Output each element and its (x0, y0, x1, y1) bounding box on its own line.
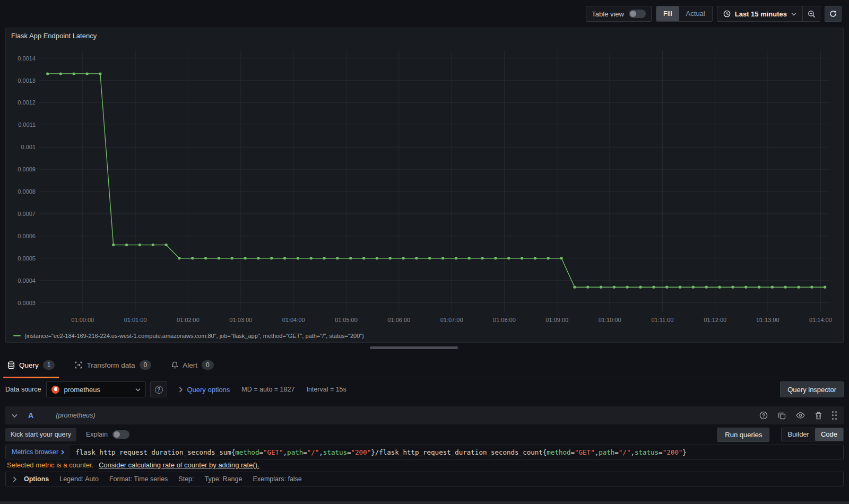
tab-alert-badge: 0 (202, 360, 214, 370)
query-ref-label[interactable]: A (28, 411, 33, 420)
time-range-label: Last 15 minutes (735, 10, 787, 18)
option-type: Type: Range (205, 475, 242, 483)
fill-actual-radio-group: Fill Actual (656, 6, 713, 22)
grafana-panel-edit-view: Table view Fill Actual Last 15 minutes (0, 0, 849, 504)
query-help-icon[interactable] (759, 411, 768, 420)
datasource-name: prometheus (64, 386, 131, 394)
time-range-picker[interactable]: Last 15 minutes (717, 6, 802, 21)
query-datasource-hint: (prometheus) (56, 412, 95, 419)
svg-text:0.0006: 0.0006 (18, 233, 36, 239)
warning-hint-link[interactable]: Consider calculating rate of counter by … (99, 461, 259, 469)
svg-text:01:13:00: 01:13:00 (757, 317, 779, 323)
promql-token: "200" (663, 448, 683, 456)
promql-token: , (595, 448, 599, 456)
svg-text:0.0008: 0.0008 (18, 188, 36, 195)
toggle-visibility-icon[interactable] (796, 412, 805, 419)
explain-toggle[interactable] (112, 430, 129, 439)
svg-text:01:08:00: 01:08:00 (493, 317, 516, 323)
svg-text:01:03:00: 01:03:00 (229, 317, 252, 323)
query-options-toggle[interactable]: Query options (179, 386, 230, 394)
svg-text:01:12:00: 01:12:00 (704, 317, 726, 323)
datasource-picker[interactable]: prometheus (46, 381, 146, 397)
drag-handle-icon[interactable] (832, 411, 838, 420)
fill-option[interactable]: Fill (656, 6, 679, 21)
query-editor-toolbar: Kick start your query Explain Run querie… (5, 428, 844, 441)
tab-query[interactable]: Query 1 (5, 352, 57, 378)
bottom-pane-tabs: Query 1 Transform data 0 Alert 0 (5, 352, 844, 378)
promql-token: { (543, 448, 547, 456)
datasource-row: Data source prometheus ? Query options M… (5, 379, 844, 400)
tab-query-badge: 1 (43, 360, 55, 370)
tab-alert-label: Alert (183, 361, 197, 369)
actual-option[interactable]: Actual (679, 6, 712, 21)
promql-token: status (635, 448, 659, 456)
latency-chart[interactable]: 0.00140.00130.00120.00110.0010.00090.000… (12, 43, 838, 331)
prometheus-icon (51, 386, 59, 394)
panel-edit-toolbar: Table view Fill Actual Last 15 minutes (586, 6, 842, 22)
tab-transform-data[interactable]: Transform data 0 (73, 352, 153, 378)
duplicate-query-icon[interactable] (778, 412, 786, 420)
counter-warning: Selected metric is a counter. Consider c… (7, 461, 259, 469)
chevron-right-icon (179, 387, 183, 393)
datasource-help-button[interactable]: ? (150, 381, 167, 397)
metrics-browser-toggle[interactable]: Metrics browser (6, 445, 70, 459)
options-label: Options (24, 475, 49, 483)
promql-token: "200" (351, 448, 371, 456)
builder-code-radio-group: Builder Code (781, 428, 844, 441)
promql-token: , (319, 448, 323, 456)
chart-grid (39, 50, 829, 311)
chevron-down-icon (791, 12, 796, 16)
database-icon (7, 361, 15, 369)
help-icon: ? (155, 386, 163, 394)
promql-token: } (682, 448, 687, 456)
time-series-panel: Flask App Endpoint Latency 0.00140.00130… (5, 28, 844, 343)
refresh-button[interactable] (825, 6, 842, 22)
svg-text:01:06:00: 01:06:00 (387, 317, 410, 323)
table-view-control: Table view (586, 6, 652, 22)
chart-axis-labels: 0.00140.00130.00120.00110.0010.00090.000… (18, 55, 832, 323)
promql-token: = (347, 448, 351, 456)
toggle-knob (114, 431, 120, 438)
metrics-browser-label: Metrics browser (12, 448, 58, 456)
interval-stat: Interval = 15s (306, 386, 346, 393)
promql-token: "/" (619, 448, 631, 456)
tab-alert[interactable]: Alert 0 (169, 352, 215, 378)
promql-token: "GET" (263, 448, 283, 456)
svg-text:01:01:00: 01:01:00 (124, 317, 147, 323)
promql-token: = (303, 448, 307, 456)
promql-token: = (571, 448, 575, 456)
option-exemplars: Exemplars: false (253, 475, 301, 483)
query-options-summary[interactable]: Options Legend: Auto Format: Time series… (5, 472, 844, 486)
explain-control: Explain (86, 430, 129, 439)
svg-text:0.0014: 0.0014 (18, 55, 36, 62)
md-stat: MD = auto = 1827 (241, 386, 294, 393)
svg-text:0.0009: 0.0009 (18, 166, 36, 172)
time-picker-group: Last 15 minutes (717, 6, 820, 22)
pane-resize-handle[interactable] (370, 346, 458, 349)
promql-token: status (323, 448, 347, 456)
promql-expression-input[interactable]: flask_http_request_duration_seconds_sum{… (70, 445, 843, 459)
chevron-right-icon (13, 476, 16, 482)
svg-text:0.0011: 0.0011 (18, 121, 36, 128)
table-view-toggle[interactable] (629, 10, 646, 18)
promql-token: } (371, 448, 375, 456)
explain-label: Explain (86, 431, 108, 438)
code-option[interactable]: Code (815, 428, 843, 441)
query-inspector-button[interactable]: Query inspector (780, 381, 844, 397)
kick-start-query-button[interactable]: Kick start your query (5, 428, 76, 441)
svg-text:0.0004: 0.0004 (18, 277, 36, 284)
promql-token: , (630, 448, 635, 456)
promql-token: / (375, 448, 379, 456)
bell-icon (171, 361, 178, 369)
svg-text:0.001: 0.001 (21, 144, 36, 150)
run-queries-button[interactable]: Run queries (717, 428, 769, 442)
panel-title: Flask App Endpoint Latency (11, 32, 97, 40)
zoom-out-button[interactable] (803, 6, 820, 21)
legend-series-label[interactable]: {instance="ec2-184-169-216-224.us-west-1… (24, 333, 364, 339)
warning-text: Selected metric is a counter. (7, 461, 93, 469)
builder-option[interactable]: Builder (782, 428, 815, 441)
delete-query-icon[interactable] (815, 412, 822, 420)
collapse-chevron-icon[interactable] (12, 414, 18, 418)
promql-token: = (659, 448, 663, 456)
query-row-header[interactable]: A (prometheus) (5, 406, 844, 424)
